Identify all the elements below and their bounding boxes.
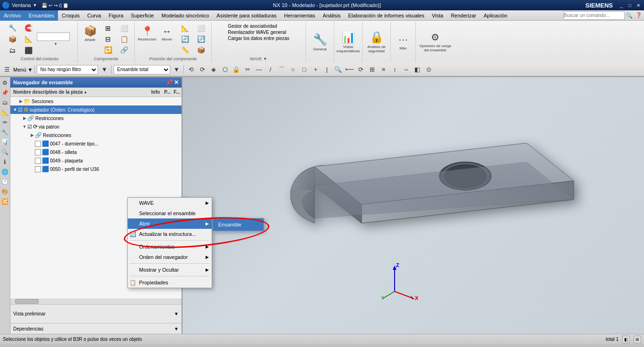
wave-cargar[interactable]: Cargar los datos entre piezas bbox=[228, 36, 289, 41]
checkbox-049[interactable] bbox=[35, 158, 41, 164]
pos-btn4[interactable]: 🔄 bbox=[177, 34, 192, 44]
context-btn1[interactable]: 🔧 bbox=[5, 23, 20, 33]
window-menu[interactable]: Ventana bbox=[12, 2, 31, 8]
menu-herramientas[interactable]: Herramientas bbox=[281, 10, 319, 21]
sidebar-icon10[interactable]: 🕐 bbox=[0, 177, 10, 186]
tb21[interactable]: ◧ bbox=[412, 65, 422, 75]
tb5[interactable]: 🔒 bbox=[231, 65, 241, 75]
menu-asistente[interactable]: Asistente para soldaduras bbox=[213, 10, 280, 21]
deps-section[interactable]: Dependencias ▼ bbox=[10, 323, 182, 334]
ctx-ordenamientos[interactable]: ▶ Ordenamientos bbox=[128, 242, 212, 252]
tb4[interactable]: ⬡ bbox=[220, 65, 230, 75]
filter-select[interactable]: No hay ningún filtro bbox=[37, 65, 98, 74]
sidebar-icon1[interactable]: 📌 bbox=[0, 88, 10, 97]
sidebar-icon4[interactable]: ✏ bbox=[0, 118, 10, 127]
sidebar-icon7[interactable]: 🔍 bbox=[0, 147, 10, 157]
tb10[interactable]: ○ bbox=[288, 65, 298, 75]
tree-item-restricciones1[interactable]: ▶ 🔗 Restricciones bbox=[10, 114, 182, 122]
sidebar-icon9[interactable]: 🌐 bbox=[0, 167, 10, 177]
title-bar-controls[interactable]: SIEMENS _ □ ✕ bbox=[585, 2, 642, 9]
tb20[interactable]: ↔ bbox=[401, 65, 411, 75]
sidebar-icon6[interactable]: 📊 bbox=[0, 137, 10, 147]
filter-btn[interactable]: ▼ bbox=[99, 65, 109, 75]
viewport[interactable]: Z X Y ◀ bbox=[182, 77, 644, 334]
sidebar-icon12[interactable]: 🔀 bbox=[0, 197, 10, 206]
tree-item-050[interactable]: 🟦 0050 - perfil de riel U36 bbox=[10, 165, 182, 173]
minimize-button[interactable]: _ bbox=[618, 2, 625, 8]
sidebar-icon2[interactable]: 🗂 bbox=[0, 98, 10, 107]
tb17[interactable]: ⊞ bbox=[367, 65, 377, 75]
pos-btn3[interactable]: 📐 bbox=[177, 23, 192, 33]
menu-elaboracion[interactable]: Elaboración de informes visuales bbox=[344, 10, 428, 21]
checkbox-050[interactable] bbox=[35, 166, 41, 172]
menu-vista[interactable]: Vista bbox=[428, 10, 447, 21]
tree-item-restricciones2[interactable]: ▶ 🔗 Restricciones bbox=[10, 131, 182, 139]
preview-section[interactable]: Vista preliminar ▼ bbox=[10, 305, 182, 323]
nav-close-btn[interactable]: ✕ bbox=[174, 79, 179, 86]
ctx-orden[interactable]: ▶ Orden del navegador bbox=[128, 252, 212, 262]
tb8[interactable]: / bbox=[265, 65, 275, 75]
pos-btn5[interactable]: 📏 bbox=[177, 45, 192, 55]
sidebar-icon8[interactable]: ℹ bbox=[0, 157, 10, 167]
status-btn1[interactable]: ◧ bbox=[622, 336, 630, 343]
add-component-btn[interactable]: 📦 Añadir bbox=[81, 23, 99, 44]
maximize-button[interactable]: □ bbox=[626, 2, 634, 8]
menu-ensambles[interactable]: Ensambles bbox=[25, 10, 58, 21]
tb7[interactable]: — bbox=[254, 65, 264, 75]
wave-reenlazador[interactable]: Reenlazador WAVE general bbox=[228, 30, 286, 35]
checkbox-048[interactable] bbox=[35, 149, 41, 155]
sidebar-icon11[interactable]: 🎨 bbox=[0, 187, 10, 196]
pos-btn1[interactable]: 📍 Restricción bbox=[138, 23, 157, 44]
options-btn[interactable]: ⚙ Opciones de carga del ensamble bbox=[419, 28, 452, 56]
pos-btn6[interactable]: ⬜ bbox=[193, 23, 208, 33]
search-icon[interactable]: 🔍 bbox=[626, 12, 633, 19]
tree-item-048[interactable]: 🟦 0048 - silleta bbox=[10, 148, 182, 156]
tree-item-049[interactable]: 🟦 0049 - plaqueta bbox=[10, 156, 182, 165]
menu-btn[interactable]: ☰ bbox=[2, 65, 12, 75]
comp-btn1[interactable]: ⊞ bbox=[100, 23, 116, 33]
pos-btn7[interactable]: 🔃 bbox=[193, 34, 208, 44]
analysis-btn[interactable]: 🔒 Análisis de seguridad bbox=[367, 28, 386, 56]
menu-aplicacion[interactable]: Aplicación bbox=[480, 10, 511, 21]
context-btn5[interactable]: 📐 bbox=[21, 34, 36, 44]
assembly-select[interactable]: Ensamble total bbox=[114, 65, 170, 74]
tb3[interactable]: ◈ bbox=[208, 65, 219, 75]
wave-gestor[interactable]: Gestor de asociatividad bbox=[228, 24, 277, 29]
ctx-abrir[interactable]: ▶ Abrir bbox=[128, 218, 212, 229]
tree-item-viapatron[interactable]: ▼ ☑ ⟳ via patron bbox=[10, 122, 182, 131]
tb22[interactable]: ⊙ bbox=[423, 65, 434, 75]
tb2[interactable]: ⟳ bbox=[197, 65, 207, 75]
tree-item-047[interactable]: 🟦 0047 - durmiente tipo... bbox=[10, 139, 182, 148]
menu-croquis[interactable]: Croquis bbox=[58, 10, 83, 21]
comp-btn2[interactable]: ⊟ bbox=[100, 34, 116, 44]
sidebar-icon3[interactable]: 📐 bbox=[0, 108, 10, 117]
context-btn3[interactable]: 🗂 bbox=[5, 45, 20, 56]
menu-superficie[interactable]: Superficie bbox=[127, 10, 158, 21]
ctx-actualizar[interactable]: 🔄 Actualizar la estructura... bbox=[128, 229, 212, 239]
pos-btn2[interactable]: ↔ Mover bbox=[157, 23, 176, 44]
tb15[interactable]: ⟵ bbox=[344, 65, 355, 75]
pos-btn8[interactable]: 📦 bbox=[193, 45, 208, 55]
tb14[interactable]: 🔍 bbox=[333, 65, 343, 75]
menu-analisis[interactable]: Análisis bbox=[319, 10, 345, 21]
sidebar-icon5[interactable]: 🔧 bbox=[0, 128, 10, 137]
horiz-scrollbar[interactable] bbox=[10, 299, 182, 304]
tb11[interactable]: □ bbox=[299, 65, 309, 75]
general-btn[interactable]: 🔧 General bbox=[311, 28, 330, 56]
more-btn[interactable]: ⋯ Más bbox=[394, 28, 413, 56]
ctx-wave[interactable]: ▶ WAVE bbox=[128, 198, 212, 208]
comp-btn4[interactable]: ⬜ bbox=[116, 23, 132, 33]
menu-renderizar[interactable]: Renderizar bbox=[447, 10, 480, 21]
tb6[interactable]: ✂ bbox=[242, 65, 253, 75]
menu-archivo[interactable]: Archivo bbox=[0, 10, 25, 21]
comp-btn3[interactable]: 🔁 bbox=[100, 45, 116, 55]
tb1[interactable]: ⟲ bbox=[186, 65, 196, 75]
tb18[interactable]: ≡ bbox=[378, 65, 388, 75]
checkbox-047[interactable] bbox=[35, 141, 41, 147]
sidebar-settings[interactable]: ⚙ bbox=[0, 78, 10, 88]
ctx-seleccionar[interactable]: Seleccionar el ensamble bbox=[128, 208, 212, 218]
close-button[interactable]: ✕ bbox=[635, 2, 642, 8]
assembly-btn[interactable]: ▼ bbox=[171, 65, 182, 75]
nav-pin-btn[interactable]: 📌 bbox=[166, 79, 173, 86]
scrollbar-thumb[interactable] bbox=[15, 299, 39, 304]
